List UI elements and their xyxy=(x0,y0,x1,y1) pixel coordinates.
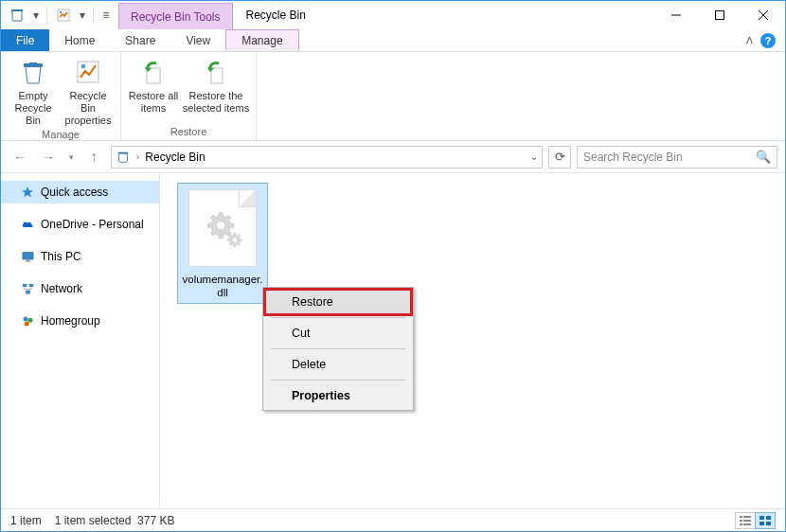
restore-all-items-button[interactable]: Restore all items xyxy=(127,54,180,115)
monitor-icon xyxy=(20,249,35,264)
svg-point-3 xyxy=(60,11,63,14)
recycle-bin-icon[interactable] xyxy=(7,5,27,26)
svg-rect-30 xyxy=(740,523,742,525)
cloud-icon xyxy=(20,217,35,232)
svg-point-10 xyxy=(81,64,86,69)
svg-point-22 xyxy=(27,317,32,322)
svg-point-23 xyxy=(24,321,28,326)
svg-rect-33 xyxy=(766,516,771,520)
recycle-bin-properties-button[interactable]: Recycle Bin properties xyxy=(62,54,115,127)
search-placeholder: Search Recycle Bin xyxy=(583,151,683,164)
context-menu-properties[interactable]: Properties xyxy=(265,383,411,408)
tab-file[interactable]: File xyxy=(1,29,49,51)
ribbon-group-manage: Empty Recycle Bin Recycle Bin properties… xyxy=(1,52,121,140)
restore-selected-icon xyxy=(200,56,232,88)
homegroup-icon xyxy=(20,313,35,328)
history-dropdown[interactable]: ▾ xyxy=(65,152,77,162)
svg-rect-18 xyxy=(22,283,26,286)
star-icon xyxy=(20,185,35,200)
separator xyxy=(93,7,94,24)
svg-rect-16 xyxy=(26,259,29,260)
sidebar-item-label: OneDrive - Personal xyxy=(41,218,144,231)
close-button[interactable] xyxy=(741,1,785,29)
properties-icon xyxy=(72,56,104,88)
svg-rect-19 xyxy=(28,283,32,286)
icons-view-button[interactable] xyxy=(755,512,776,529)
tab-home[interactable]: Home xyxy=(49,29,110,51)
svg-rect-13 xyxy=(119,152,128,162)
collapse-ribbon-icon[interactable]: ᐱ xyxy=(746,35,753,45)
chevron-down-icon[interactable]: ▾ xyxy=(78,9,87,22)
svg-rect-12 xyxy=(211,68,223,83)
content-pane[interactable]: volumemanager.dll xyxy=(160,173,785,506)
gear-icon xyxy=(202,207,243,249)
file-thumbnail xyxy=(188,189,257,267)
svg-rect-9 xyxy=(78,62,98,82)
svg-rect-14 xyxy=(118,151,129,153)
up-button[interactable]: ↑ xyxy=(82,146,105,168)
chevron-down-icon[interactable]: ⌄ xyxy=(530,151,538,162)
svg-rect-32 xyxy=(759,516,764,520)
svg-rect-5 xyxy=(716,11,724,20)
chevron-down-icon[interactable]: ▾ xyxy=(31,9,41,22)
svg-rect-29 xyxy=(743,520,751,522)
svg-rect-0 xyxy=(12,10,22,21)
sidebar-item-network[interactable]: Network xyxy=(1,277,159,300)
svg-rect-27 xyxy=(743,516,751,518)
sidebar-item-label: Homegroup xyxy=(41,314,100,328)
window-title: Recycle Bin xyxy=(233,1,655,29)
status-size-text: 377 KB xyxy=(137,514,174,527)
ribbon-group-label: Manage xyxy=(42,127,80,143)
help-icon[interactable]: ? xyxy=(760,33,776,48)
tab-manage[interactable]: Manage xyxy=(225,29,298,51)
view-toggle xyxy=(736,512,776,529)
refresh-button[interactable]: ⟳ xyxy=(548,146,571,168)
svg-rect-1 xyxy=(11,9,23,11)
back-button[interactable]: ← xyxy=(9,146,31,168)
svg-rect-15 xyxy=(22,252,32,259)
tab-view[interactable]: View xyxy=(170,29,225,51)
recycle-bin-icon xyxy=(116,150,131,165)
minimize-button[interactable] xyxy=(654,1,698,29)
status-selection: 1 item selected 377 KB xyxy=(55,514,175,527)
restore-selected-items-button[interactable]: Restore the selected items xyxy=(182,54,250,115)
file-item[interactable]: volumemanager.dll xyxy=(177,183,268,304)
label: Restore the selected items xyxy=(182,90,250,115)
status-selected-text: 1 item selected xyxy=(55,514,132,527)
svg-rect-31 xyxy=(743,523,751,525)
qat-customize-icon[interactable]: ≡ xyxy=(99,5,113,26)
sidebar-item-onedrive[interactable]: OneDrive - Personal xyxy=(1,213,159,236)
maximize-button[interactable] xyxy=(698,1,741,29)
ribbon-tabs: File Home Share View Manage ᐱ ? xyxy=(1,29,785,52)
sidebar-item-homegroup[interactable]: Homegroup xyxy=(1,310,159,332)
empty-recycle-bin-button[interactable]: Empty Recycle Bin xyxy=(7,54,60,127)
chevron-right-icon[interactable]: › xyxy=(134,151,141,162)
search-icon: 🔍 xyxy=(756,150,771,164)
svg-rect-17 xyxy=(25,260,30,261)
network-icon xyxy=(20,281,35,296)
svg-point-21 xyxy=(23,316,27,321)
quick-access-toolbar: ▾ ▾ ≡ xyxy=(1,1,118,29)
svg-point-25 xyxy=(232,238,237,242)
svg-rect-35 xyxy=(766,522,771,525)
status-item-count: 1 item xyxy=(10,514,42,527)
forward-button[interactable]: → xyxy=(37,146,60,168)
tab-share[interactable]: Share xyxy=(110,29,170,51)
search-input[interactable]: Search Recycle Bin 🔍 xyxy=(577,146,777,168)
context-menu-cut[interactable]: Cut xyxy=(265,321,411,346)
context-menu: Restore Cut Delete Properties xyxy=(262,287,414,411)
address-bar[interactable]: › Recycle Bin ⌄ xyxy=(111,146,543,168)
sidebar-item-label: This PC xyxy=(41,250,81,263)
sidebar-item-quick-access[interactable]: Quick access xyxy=(1,181,159,204)
sidebar-item-this-pc[interactable]: This PC xyxy=(1,245,159,268)
svg-rect-26 xyxy=(740,516,742,518)
properties-icon[interactable] xyxy=(53,5,74,26)
recycle-bin-icon xyxy=(17,56,49,88)
sidebar-item-label: Quick access xyxy=(41,186,108,199)
separator xyxy=(271,380,405,381)
context-menu-delete[interactable]: Delete xyxy=(265,352,411,377)
details-view-button[interactable] xyxy=(735,512,756,529)
status-bar: 1 item 1 item selected 377 KB xyxy=(1,508,785,531)
context-menu-restore[interactable]: Restore xyxy=(265,290,411,314)
svg-rect-28 xyxy=(740,520,742,522)
